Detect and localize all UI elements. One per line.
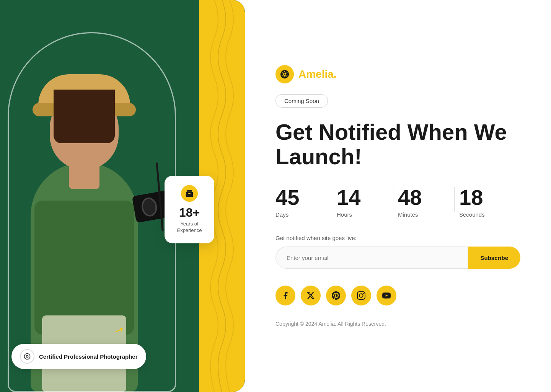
seconds-value: 18 <box>459 187 511 208</box>
notify-label: Get notified when site goes live: <box>276 235 520 241</box>
logo-row: Amelia. <box>276 65 520 83</box>
hours-label: Hours <box>337 211 389 218</box>
countdown-hours: 14 Hours <box>337 187 398 218</box>
countdown-timer: 45 Days 14 Hours 48 Minutes 18 Secounds <box>276 187 520 218</box>
pinterest-button[interactable] <box>326 286 346 305</box>
email-subscription-row: Subscribe <box>276 247 520 269</box>
coming-soon-badge: Coming Soon <box>276 94 328 108</box>
days-label: Days <box>276 211 328 218</box>
certified-text: Certified Professional Photographer <box>39 353 138 360</box>
camera-circle-icon <box>20 349 34 364</box>
svg-point-0 <box>26 356 28 358</box>
photo-background: 18+ Years of Experience ↗ Certified Prof… <box>0 0 245 392</box>
right-panel: Amelia. Coming Soon Get Notified When We… <box>245 0 551 392</box>
youtube-button[interactable] <box>377 286 396 305</box>
bag-icon <box>181 185 198 202</box>
x-icon <box>306 291 315 300</box>
youtube-icon <box>382 291 391 300</box>
subscribe-button[interactable]: Subscribe <box>468 247 520 269</box>
countdown-days: 45 Days <box>276 187 337 218</box>
instagram-icon <box>357 291 365 300</box>
left-panel: 18+ Years of Experience ↗ Certified Prof… <box>0 0 245 392</box>
days-value: 45 <box>276 187 328 208</box>
copyright-text: Copyright © 2024 Amelia. All Rights Rese… <box>276 321 520 327</box>
logo-text: Amelia. <box>298 68 337 80</box>
photographer-figure <box>11 40 172 392</box>
svg-point-3 <box>284 74 285 75</box>
experience-number: 18+ <box>175 206 204 219</box>
experience-badge: 18+ Years of Experience <box>165 176 214 243</box>
minutes-label: Minutes <box>398 211 450 218</box>
facebook-button[interactable] <box>276 286 295 305</box>
main-heading: Get Notified When We Launch! <box>276 120 520 169</box>
minutes-value: 48 <box>398 187 450 208</box>
social-links <box>276 286 520 305</box>
seconds-label: Secounds <box>459 211 511 218</box>
facebook-icon <box>281 291 290 300</box>
logo-icon <box>276 65 294 83</box>
countdown-minutes: 48 Minutes <box>398 187 459 218</box>
countdown-seconds: 18 Secounds <box>459 187 520 218</box>
hours-value: 14 <box>337 187 389 208</box>
pinterest-icon <box>332 291 340 300</box>
email-input[interactable] <box>276 247 468 269</box>
experience-label: Years of Experience <box>175 221 204 234</box>
certified-badge: Certified Professional Photographer <box>11 344 146 369</box>
twitter-x-button[interactable] <box>301 286 321 305</box>
instagram-button[interactable] <box>351 286 371 305</box>
